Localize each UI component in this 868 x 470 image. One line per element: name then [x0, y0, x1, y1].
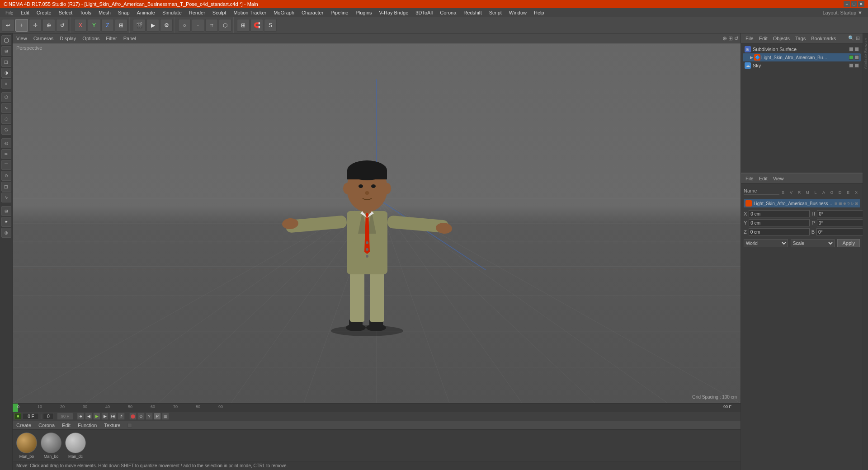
timeline-frame-input[interactable]	[43, 413, 54, 419]
attr-icon-2[interactable]: ▦	[839, 202, 842, 206]
material-swatch-1[interactable]: Man_bo	[16, 432, 37, 459]
attr-menu-edit[interactable]: Edit	[757, 176, 769, 181]
material-swatch-2[interactable]: Man_bo	[41, 432, 61, 459]
sidebar-object2-icon[interactable]: ◎	[1, 138, 11, 148]
edge-mode-button[interactable]: ⌗	[205, 19, 218, 32]
undo-button[interactable]: ↩	[2, 19, 14, 32]
sidebar-grid2-icon[interactable]: ⊞	[1, 206, 11, 216]
obj-menu-tags[interactable]: Tags	[793, 36, 807, 41]
sidebar-brush-icon[interactable]: ⌒	[1, 160, 11, 170]
vp-zoom-icon[interactable]: ⊞	[728, 35, 733, 42]
attr-b-input[interactable]	[816, 228, 868, 235]
menu-file[interactable]: File	[2, 9, 17, 16]
point-mode-button[interactable]: ·	[192, 19, 204, 32]
obj-expand-icon[interactable]: ▶	[750, 55, 753, 60]
menu-motion-tracker[interactable]: Motion Tracker	[230, 9, 270, 16]
attr-icon-6[interactable]: ⊠	[855, 202, 858, 206]
attr-h-input[interactable]	[817, 210, 868, 217]
obj-sky[interactable]: ☁ Sky	[743, 61, 861, 70]
sidebar-material-icon[interactable]: ⊙	[1, 171, 11, 181]
obj-character-mesh[interactable]: ▶ 🔷 Light_Skin_Afro_American_Businessman…	[743, 53, 861, 61]
menu-vray[interactable]: V-Ray Bridge	[376, 9, 412, 16]
menu-window[interactable]: Window	[505, 9, 530, 16]
sidebar-gouraud-icon[interactable]: ◑	[1, 68, 11, 78]
swatch-circle-1[interactable]	[16, 432, 37, 453]
move-tool-button[interactable]: ✛	[29, 19, 42, 32]
menu-help[interactable]: Help	[530, 9, 548, 16]
menu-create[interactable]: Create	[33, 9, 55, 16]
rotate-tool-button[interactable]: ↺	[56, 19, 69, 32]
x-axis-button[interactable]: X	[74, 19, 87, 32]
sidebar-perspective-icon[interactable]: ⬡	[1, 35, 11, 45]
menu-tools[interactable]: Tools	[76, 9, 95, 16]
attr-menu-file[interactable]: File	[744, 176, 755, 181]
menu-mograph[interactable]: MoGraph	[270, 9, 298, 16]
attr-icon-3[interactable]: ⊕	[843, 202, 846, 206]
render-settings-button[interactable]: ⚙	[160, 19, 173, 32]
obj-menu-file[interactable]: File	[744, 36, 755, 41]
sidebar-wireframe-icon[interactable]: ⊞	[1, 46, 11, 56]
snap-button[interactable]: 🧲	[250, 19, 263, 32]
swatch-circle-2[interactable]	[41, 432, 61, 453]
menu-sculpt[interactable]: Sculpt	[209, 9, 230, 16]
sidebar-polygon-icon[interactable]: ⬠	[1, 125, 11, 135]
character-vis-btn-2[interactable]	[854, 55, 859, 60]
menu-select[interactable]: Select	[55, 9, 76, 16]
sidebar-lines-icon[interactable]: ≡	[1, 79, 11, 89]
sidebar-edit-icon[interactable]: ✏	[1, 149, 11, 159]
attr-y-input[interactable]	[749, 219, 810, 226]
render-view-button[interactable]: ▶	[146, 19, 159, 32]
new-scene-button[interactable]: +	[15, 19, 28, 32]
menu-plugins[interactable]: Plugins	[352, 9, 375, 16]
menu-animate[interactable]: Animate	[133, 9, 159, 16]
character-vis-btn-1[interactable]	[849, 55, 854, 60]
attr-menu-view[interactable]: View	[771, 176, 786, 181]
render-region-button[interactable]: 🎬	[133, 19, 146, 32]
obj-menu-objects[interactable]: Objects	[771, 36, 792, 41]
vp-menu-options[interactable]: Options	[80, 36, 101, 41]
timeline-current-frame-input[interactable]	[23, 413, 39, 419]
attr-icon-5[interactable]: ▷	[851, 202, 854, 206]
mat-menu-edit[interactable]: Edit	[60, 423, 72, 428]
mat-menu-texture[interactable]: Texture	[102, 423, 122, 428]
sidebar-target-icon[interactable]: ◎	[1, 228, 11, 238]
attr-scale-dropdown[interactable]: Scale	[791, 239, 835, 247]
sky-vis-btn-1[interactable]	[849, 63, 854, 68]
viewport[interactable]: View Cameras Display Options Filter Pane…	[13, 33, 741, 403]
swatch-circle-3[interactable]	[65, 432, 86, 453]
menu-render[interactable]: Render	[185, 9, 209, 16]
sidebar-flat-icon[interactable]: ◫	[1, 57, 11, 67]
z-axis-button[interactable]: Z	[101, 19, 114, 32]
sidebar-hair-icon[interactable]: ✷	[1, 217, 11, 227]
menu-3dtoall[interactable]: 3DToAll	[412, 9, 436, 16]
menu-corona[interactable]: Corona	[436, 9, 460, 16]
timeline-ruler[interactable]: 0 10 20 30 40 50 60 70 80 90 90 F	[13, 404, 741, 412]
y-axis-button[interactable]: Y	[88, 19, 100, 32]
vp-menu-display[interactable]: Display	[58, 36, 78, 41]
vp-menu-cameras[interactable]: Cameras	[32, 36, 56, 41]
sidebar-texture-icon[interactable]: ◫	[1, 182, 11, 192]
solo-button[interactable]: S	[264, 19, 277, 32]
auto-keyframe-button[interactable]: ⊙	[137, 413, 145, 420]
attr-p-input[interactable]	[817, 219, 868, 226]
jump-to-start-button[interactable]: ⏮	[77, 413, 84, 420]
attr-world-dropdown[interactable]: World Local	[744, 239, 788, 247]
vp-move-icon[interactable]: ⊕	[722, 35, 727, 42]
obj-search-icon[interactable]: 🔍	[848, 35, 854, 41]
keyframe-record-button[interactable]: ⬤	[129, 413, 137, 420]
all-axis-button[interactable]: ⊞	[115, 19, 127, 32]
vp-menu-view[interactable]: View	[14, 36, 29, 41]
subdivision-vis-btn-1[interactable]	[849, 47, 854, 52]
attribute-browser-tab[interactable]: Attribute Browser	[863, 38, 868, 69]
attr-apply-button[interactable]: Apply	[837, 239, 860, 247]
menu-character[interactable]: Character	[298, 9, 327, 16]
menu-script[interactable]: Script	[486, 9, 505, 16]
object-mode-button[interactable]: ○	[178, 19, 191, 32]
mat-menu-create[interactable]: Create	[14, 423, 33, 428]
vp-menu-panel[interactable]: Panel	[122, 36, 138, 41]
menu-snap[interactable]: Snap	[114, 9, 133, 16]
play-button[interactable]: ▶	[93, 413, 100, 420]
jump-to-end-button[interactable]: ⏭	[109, 413, 117, 420]
motion-path-button[interactable]: ?	[146, 413, 153, 420]
obj-menu-bookmarks[interactable]: Bookmarks	[809, 36, 838, 41]
